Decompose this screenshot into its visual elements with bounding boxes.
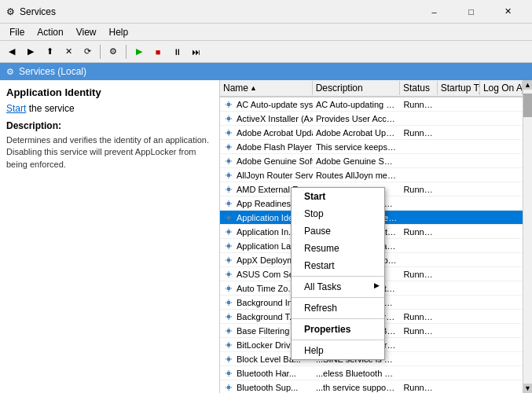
service-icon (223, 198, 234, 209)
toolbar-properties[interactable]: ⚙ (105, 43, 122, 61)
service-icon (223, 340, 234, 351)
start-service-link[interactable]: Start (6, 103, 26, 114)
service-link-line: Start the service (6, 103, 213, 114)
service-startup-cell (438, 302, 480, 303)
service-name-text: Auto Time Zo... (237, 284, 295, 293)
col-header-desc[interactable]: Description (313, 81, 400, 95)
service-name-cell: Adobe Flash Player Update ... (220, 141, 313, 153)
ctx-item-refresh[interactable]: Refresh (292, 299, 384, 317)
ctx-item-restart[interactable]: Restart (292, 257, 384, 274)
service-name-text: App Readiness (237, 199, 295, 208)
toolbar-play[interactable]: ▶ (130, 43, 148, 61)
toolbar-restart[interactable]: ⏭ (187, 43, 204, 61)
service-name-text: AC Auto-update system (237, 100, 313, 109)
service-startup-cell (438, 203, 480, 204)
service-startup-cell (438, 358, 480, 360)
table-row[interactable]: AC Auto-update systemAC Auto-updating sy… (220, 97, 523, 112)
service-startup-cell (438, 274, 480, 275)
table-row[interactable]: AllJoyn Router ServiceRoutes AllJoyn mes… (220, 168, 523, 182)
service-name-text: Background T... (237, 312, 296, 321)
toolbar-forward[interactable]: ▶ (22, 43, 39, 61)
service-name-cell: Adobe Genuine Software In... (220, 155, 313, 167)
service-desc-cell: Provides User Account Control v... (313, 113, 401, 124)
service-logon-cell (480, 373, 523, 374)
scroll-track[interactable] (523, 90, 532, 384)
service-desc-cell: Adobe Acrobat Updater keeps yo... (313, 127, 401, 138)
description-label: Description: (6, 120, 213, 131)
scroll-thumb[interactable] (523, 94, 532, 117)
service-desc-cell: ...eless Bluetooth heads... (313, 368, 401, 379)
col-header-name[interactable]: Name ▲ (220, 81, 313, 95)
service-status-cell (400, 288, 438, 289)
service-name-cell: Bluetooth Har... (220, 367, 313, 380)
service-name-cell: Adobe Acrobat Update Serv... (220, 127, 313, 139)
toolbar-back[interactable]: ◀ (3, 43, 20, 61)
maximize-button[interactable]: □ (453, 0, 489, 24)
service-icon (223, 99, 234, 110)
service-startup-cell (438, 373, 480, 374)
service-desc-cell: This service keeps your Adobe Fl... (313, 141, 401, 152)
service-startup-cell (438, 330, 480, 332)
service-name-text: Adobe Acrobat Update Serv... (237, 128, 313, 138)
service-startup-cell (438, 189, 480, 190)
toolbar-stop[interactable]: ✕ (60, 43, 77, 61)
service-logon-cell (480, 160, 523, 162)
service-startup-cell (438, 316, 480, 318)
menu-help[interactable]: Help (103, 25, 135, 39)
ctx-separator (292, 318, 384, 319)
service-name-cell: Bluetooth Sup... (220, 381, 313, 394)
table-row[interactable]: ActiveX Installer (AxInstSV)Provides Use… (220, 112, 523, 126)
service-logon-cell (480, 316, 523, 318)
col-header-startup[interactable]: Startup Type (438, 81, 480, 95)
service-logon-cell (480, 104, 523, 105)
service-icon (223, 226, 234, 237)
ctx-item-start[interactable]: Start (292, 188, 384, 205)
service-logon-cell (480, 132, 523, 134)
ctx-item-all-tasks[interactable]: All Tasks (292, 278, 384, 296)
toolbar-stop2[interactable]: ■ (149, 43, 167, 61)
header-bar: ⚙ Services (Local) (0, 63, 532, 80)
service-startup-cell (438, 231, 480, 233)
scrollbar[interactable]: ▲ ▼ (523, 80, 532, 393)
service-desc-cell: Adobe Genuine Software Integrit... (313, 156, 401, 167)
minimize-button[interactable]: – (416, 0, 452, 24)
toolbar-up[interactable]: ⬆ (41, 43, 58, 61)
col-header-status[interactable]: Status (400, 81, 438, 95)
scroll-up[interactable]: ▲ (523, 80, 532, 90)
col-header-logon[interactable]: Log On As (480, 81, 523, 95)
title-bar-text: Services (20, 6, 416, 17)
service-status-cell: Running (400, 311, 438, 322)
service-status-cell (400, 344, 438, 346)
title-bar-icon: ⚙ (6, 6, 15, 17)
title-bar-controls: – □ ✕ (416, 0, 526, 24)
service-desc-cell: AC Auto-updating system and st... (313, 99, 401, 110)
table-row[interactable]: Adobe Acrobat Update Serv...Adobe Acroba… (220, 126, 523, 140)
ctx-item-properties[interactable]: Properties (292, 321, 384, 338)
table-header: Name ▲ Description Status Startup Type L… (220, 80, 523, 97)
service-name-cell: ActiveX Installer (AxInstSV) (220, 112, 313, 125)
ctx-item-pause[interactable]: Pause (292, 222, 384, 240)
service-status-cell (400, 217, 438, 219)
ctx-item-help[interactable]: Help (292, 342, 384, 359)
ctx-item-stop[interactable]: Stop (292, 205, 384, 222)
service-status-cell (400, 160, 438, 162)
table-row[interactable]: Bluetooth Sup......th service supports d… (220, 380, 523, 393)
close-button[interactable]: ✕ (490, 0, 526, 24)
ctx-item-resume[interactable]: Resume (292, 240, 384, 257)
table-row[interactable]: Adobe Flash Player Update ...This servic… (220, 140, 523, 154)
menu-file[interactable]: File (3, 25, 31, 39)
context-menu: StartStopPauseResumeRestartAll TasksRefr… (291, 187, 385, 360)
menu-action[interactable]: Action (31, 25, 69, 39)
toolbar-refresh[interactable]: ⟳ (79, 43, 96, 61)
table-row[interactable]: Adobe Genuine Software In...Adobe Genuin… (220, 154, 523, 168)
service-name-text: Application La... (237, 241, 298, 251)
service-startup-cell (438, 104, 480, 105)
menu-view[interactable]: View (70, 25, 103, 39)
service-name-text: Bluetooth Har... (237, 369, 296, 378)
main-area: Application Identity Start the service D… (0, 80, 532, 393)
title-bar: ⚙ Services – □ ✕ (0, 0, 532, 24)
scroll-down[interactable]: ▼ (523, 384, 532, 393)
service-status-cell: Running (400, 127, 438, 138)
table-row[interactable]: Bluetooth Har......eless Bluetooth heads… (220, 366, 523, 380)
toolbar-pause[interactable]: ⏸ (168, 43, 185, 61)
